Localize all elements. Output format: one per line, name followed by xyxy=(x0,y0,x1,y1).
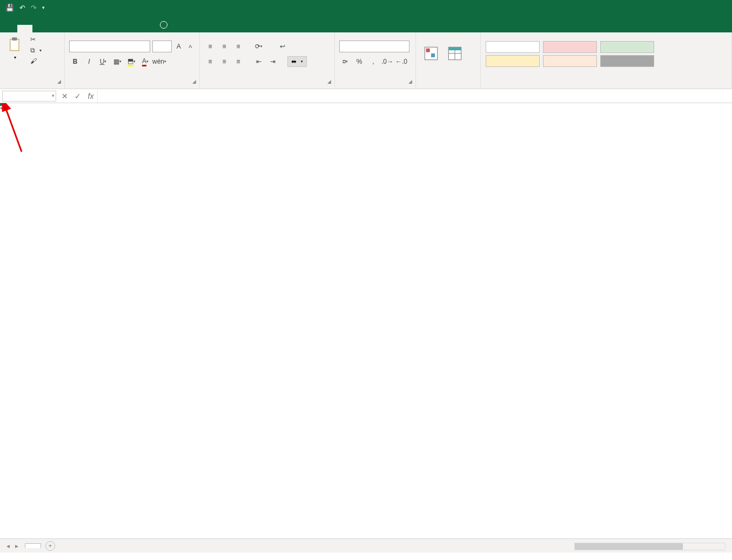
spreadsheet-grid[interactable]: ✢ xyxy=(0,103,732,538)
group-label-number: ◢ xyxy=(339,78,411,87)
dialog-launcher-icon[interactable]: ◢ xyxy=(408,77,412,86)
style-calc[interactable] xyxy=(543,55,597,67)
svg-rect-1 xyxy=(12,37,17,41)
font-name-select[interactable] xyxy=(69,41,150,52)
wrap-text-button[interactable]: ↩ xyxy=(278,42,290,51)
formula-input[interactable] xyxy=(97,90,732,102)
paste-button[interactable]: ▾ xyxy=(4,35,26,62)
group-label-font: ◢ xyxy=(69,78,195,87)
tab-layout[interactable] xyxy=(48,25,63,32)
sheet-nav-prev-icon[interactable]: ◂ xyxy=(4,541,12,551)
enter-formula-icon[interactable]: ✓ xyxy=(71,92,84,100)
currency-icon[interactable]: ¤▾ xyxy=(339,56,351,68)
dialog-launcher-icon[interactable]: ◢ xyxy=(192,77,196,86)
horizontal-scrollbar[interactable] xyxy=(574,543,726,550)
format-painter-button[interactable]: 🖌 xyxy=(28,56,44,66)
tab-pdf[interactable] xyxy=(138,25,153,32)
table-format-icon xyxy=(447,46,462,61)
ribbon-tabs xyxy=(0,15,732,32)
increase-decimal-icon[interactable]: .0→ xyxy=(381,56,393,68)
merge-center-button[interactable]: ⬌▾ xyxy=(287,56,307,67)
font-size-select[interactable] xyxy=(152,41,172,52)
copy-icon: ⧉ xyxy=(30,46,35,54)
group-label-align: ◢ xyxy=(204,78,330,87)
cross-cursor-icon: ✢ xyxy=(0,103,7,113)
chevron-down-icon[interactable]: ▾ xyxy=(52,93,55,98)
style-normal[interactable] xyxy=(486,41,540,53)
group-label-clipboard: ◢ xyxy=(4,78,60,87)
wrap-icon: ↩ xyxy=(280,43,285,50)
brush-icon: 🖌 xyxy=(30,57,37,65)
increase-font-icon[interactable]: A xyxy=(174,41,184,52)
cancel-formula-icon[interactable]: ✕ xyxy=(58,92,71,100)
tab-formula[interactable] xyxy=(63,25,78,32)
group-label-styles xyxy=(485,78,727,87)
align-bottom-icon[interactable]: ≡ xyxy=(232,41,244,52)
merge-icon: ⬌ xyxy=(291,58,297,65)
annotation-arrow-icon xyxy=(0,103,32,157)
tab-file[interactable] xyxy=(2,25,17,32)
save-icon[interactable]: 💾 xyxy=(5,4,14,12)
font-color-button[interactable]: A▾ xyxy=(139,56,151,68)
align-center-icon[interactable]: ≡ xyxy=(218,56,230,68)
align-left-icon[interactable]: ≡ xyxy=(204,56,216,68)
add-sheet-button[interactable]: + xyxy=(45,541,55,551)
name-box[interactable]: ▾ xyxy=(2,91,56,102)
style-bad[interactable] xyxy=(543,41,597,53)
tell-me-search[interactable] xyxy=(153,17,177,32)
decrease-decimal-icon[interactable]: ←.0 xyxy=(395,56,407,68)
tab-help[interactable] xyxy=(123,25,138,32)
fill-handle-icon[interactable] xyxy=(0,103,3,106)
increase-indent-icon[interactable]: ⇥ xyxy=(267,56,279,68)
copy-button[interactable]: ⧉▾ xyxy=(28,45,44,55)
svg-rect-3 xyxy=(426,48,430,52)
fx-icon[interactable]: fx xyxy=(84,92,97,100)
sheet-nav-next-icon[interactable]: ▸ xyxy=(13,541,21,551)
underline-button[interactable]: U▾ xyxy=(97,56,109,68)
style-good[interactable] xyxy=(600,41,654,53)
paste-icon xyxy=(8,37,23,52)
formula-bar: ▾ ✕ ✓ fx xyxy=(0,89,732,103)
tab-home[interactable] xyxy=(17,25,32,32)
align-middle-icon[interactable]: ≡ xyxy=(218,41,230,52)
align-right-icon[interactable]: ≡ xyxy=(232,56,244,68)
tab-data[interactable] xyxy=(78,25,93,32)
redo-icon[interactable]: ↷ xyxy=(31,4,37,12)
ribbon: ▾ ✂ ⧉▾ 🖌 ◢ A A B I U▾ ▦▾ ⬒▾ xyxy=(0,32,732,89)
scissors-icon: ✂ xyxy=(30,36,36,43)
selection-box xyxy=(0,103,2,105)
tab-review[interactable] xyxy=(93,25,108,32)
number-format-select[interactable] xyxy=(339,41,409,52)
qat-dropdown-icon[interactable]: ▾ xyxy=(42,5,45,10)
decrease-indent-icon[interactable]: ⇤ xyxy=(253,56,265,68)
style-neutral[interactable] xyxy=(486,55,540,67)
phonetic-button[interactable]: wén▾ xyxy=(153,56,165,68)
comma-icon[interactable]: , xyxy=(367,56,379,68)
svg-line-9 xyxy=(5,107,22,152)
orientation-icon[interactable]: ⟳▾ xyxy=(253,41,265,52)
italic-button[interactable]: I xyxy=(83,56,95,68)
tab-view[interactable] xyxy=(108,25,123,32)
percent-icon[interactable]: % xyxy=(353,56,365,68)
style-check[interactable] xyxy=(600,55,654,67)
svg-rect-0 xyxy=(10,39,19,51)
undo-icon[interactable]: ↶ xyxy=(19,4,25,12)
align-top-icon[interactable]: ≡ xyxy=(204,41,216,52)
fill-color-button[interactable]: ⬒▾ xyxy=(125,56,137,68)
decrease-font-icon[interactable]: A xyxy=(186,41,196,52)
lightbulb-icon xyxy=(160,21,167,29)
cut-button[interactable]: ✂ xyxy=(28,35,44,44)
sheet-tab[interactable] xyxy=(25,543,41,548)
svg-rect-4 xyxy=(431,53,435,57)
titlebar: 💾 ↶ ↷ ▾ xyxy=(0,0,732,15)
border-button[interactable]: ▦▾ xyxy=(111,56,123,68)
bold-button[interactable]: B xyxy=(69,56,81,68)
table-format-button[interactable] xyxy=(444,44,466,65)
tab-insert[interactable] xyxy=(32,25,48,32)
dialog-launcher-icon[interactable]: ◢ xyxy=(327,77,331,86)
chevron-down-icon: ▾ xyxy=(14,55,16,60)
conditional-format-button[interactable] xyxy=(420,44,442,65)
quick-access-toolbar: 💾 ↶ ↷ ▾ xyxy=(0,4,45,12)
sheet-tab-bar: ◂ ▸ + xyxy=(0,538,732,552)
dialog-launcher-icon[interactable]: ◢ xyxy=(57,77,61,86)
